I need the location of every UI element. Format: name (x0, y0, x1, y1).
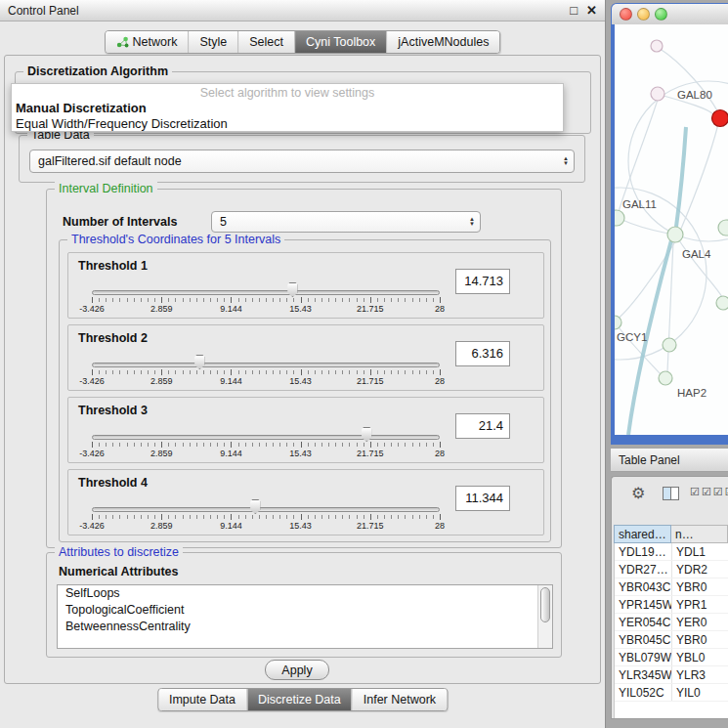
slider-major-tick (92, 297, 93, 303)
tab-jactivemnodules[interactable]: jActiveMNodules (386, 31, 499, 53)
slider-major-tick (301, 514, 302, 520)
slider-scale-label: 21.715 (357, 304, 384, 314)
slider-track[interactable] (92, 363, 440, 367)
zoom-traffic-light[interactable] (655, 8, 667, 21)
algorithm-option-manual[interactable]: Manual Discretization (12, 101, 563, 116)
slider-scale-label: 9.144 (220, 521, 242, 531)
combo-stepper-icon[interactable]: ▲ ▼ (469, 217, 475, 227)
slider-scale-label: -3.426 (79, 304, 105, 314)
network-node[interactable] (716, 296, 728, 310)
stepper-down-icon: ▼ (563, 161, 569, 166)
network-node-gal4[interactable] (667, 227, 683, 242)
table-cell: YLR345W (615, 666, 672, 683)
table-cell: YBR0 (672, 631, 728, 648)
tab-style[interactable]: Style (188, 31, 237, 53)
slider-ticks (92, 515, 440, 519)
slider-major-tick (301, 369, 302, 375)
tab-network[interactable]: Network (106, 31, 189, 53)
checked-box-icon[interactable]: ☑ (725, 486, 728, 498)
attribute-list-item[interactable]: TopologicalCoefficient (58, 602, 552, 619)
network-node-selected-red[interactable] (712, 110, 728, 127)
bottom-tab-discretize-data[interactable]: Discretize Data (246, 689, 352, 710)
threshold-2-panel: Threshold 2-3.4262.8599.14415.4321.71528… (67, 324, 544, 391)
slider-major-tick (440, 297, 441, 303)
table-cell: YPR1 (672, 596, 728, 613)
close-icon[interactable]: ✕ (586, 3, 597, 18)
table-data-combobox[interactable]: galFiltered.sif default node ▲ ▼ (29, 150, 575, 173)
slider-scale-label: 2.859 (150, 376, 173, 386)
node-label-gal11: GAL11 (622, 198, 657, 210)
slider-scale-label: 2.859 (150, 521, 173, 531)
slider-major-tick (161, 514, 162, 520)
control-panel-tabbar: NetworkStyleSelectCyni ToolboxjActiveMNo… (105, 30, 501, 54)
table-cell: YIL0 (672, 684, 728, 701)
table-row[interactable]: YBL079WYBL0 (615, 649, 728, 666)
bottom-tab-infer-network[interactable]: Infer Network (352, 689, 447, 710)
table-row[interactable]: YDR27…YDR2 (615, 561, 728, 578)
control-panel-window: Control Panel □ ✕ NetworkStyleSelectCyni… (0, 0, 606, 728)
attribute-list-item[interactable]: BetweennessCentrality (58, 619, 552, 635)
slider-scale-label: 2.859 (150, 449, 173, 458)
combo-stepper-icon[interactable]: ▲ ▼ (563, 156, 569, 166)
table-data-group: Table Data galFiltered.sif default node … (19, 135, 585, 183)
numerical-attributes-list[interactable]: SelfLoopsTopologicalCoefficientBetweenne… (57, 584, 553, 649)
float-window-icon[interactable]: □ (570, 3, 578, 18)
attributes-items: SelfLoopsTopologicalCoefficientBetweenne… (58, 585, 552, 635)
column-header-0[interactable]: shared… (614, 525, 671, 543)
slider-scale-label: 28 (435, 449, 445, 458)
network-node-hap2[interactable] (659, 371, 672, 385)
bottom-tab-impute-data[interactable]: Impute Data (158, 689, 246, 710)
attribute-list-item[interactable]: SelfLoops (58, 585, 552, 602)
slider-track[interactable] (92, 435, 440, 440)
threshold-slider[interactable]: -3.4262.8599.14415.4321.71528 (92, 351, 440, 388)
apply-button[interactable]: Apply (265, 660, 329, 680)
columns-icon[interactable] (663, 487, 679, 500)
slider-major-tick (370, 297, 371, 303)
slider-track[interactable] (92, 507, 440, 512)
threshold-value-field[interactable]: 14.713 (455, 269, 510, 294)
threshold-slider[interactable]: -3.4262.8599.14415.4321.71528 (92, 423, 440, 460)
table-row[interactable]: YDL19…YDL1 (615, 543, 728, 561)
column-header-1[interactable]: n… (671, 525, 728, 543)
node-label-hap2: HAP2 (677, 387, 707, 399)
slider-scale-label: -3.426 (79, 521, 105, 531)
threshold-slider[interactable]: -3.4262.8599.14415.4321.71528 (92, 495, 440, 533)
network-node[interactable] (663, 338, 676, 352)
table-row[interactable]: YBR045CYBR0 (615, 631, 728, 649)
threshold-value-field[interactable]: 6.316 (455, 341, 510, 366)
scrollbar-thumb[interactable] (540, 587, 550, 622)
tab-label: jActiveMNodules (398, 35, 489, 49)
close-traffic-light[interactable] (620, 8, 632, 21)
checked-box-icon[interactable]: ☑ (702, 486, 711, 498)
network-node-gal11[interactable] (615, 210, 624, 226)
table-row[interactable]: YBR043CYBR0 (615, 578, 728, 596)
table-row[interactable]: YIL052CYIL0 (615, 684, 728, 702)
checked-box-icon[interactable]: ☑ (690, 486, 700, 498)
network-node-gcy1[interactable] (615, 316, 621, 329)
network-node[interactable] (651, 40, 663, 52)
network-node[interactable] (718, 220, 728, 236)
slider-track[interactable] (92, 290, 440, 295)
table-toolbar: ⚙ ☑ ☑ ☑ ☑ (612, 477, 728, 520)
network-view-window: GAL80 GAL11 GAL4 GCY1 HAP2 (611, 3, 728, 445)
gear-icon[interactable]: ⚙ (631, 484, 645, 502)
table-row[interactable]: YPR145WYPR1 (615, 596, 728, 614)
algorithm-option-equal-width[interactable]: Equal Width/Frequency Discretization (12, 116, 563, 132)
network-node-gal80[interactable] (651, 87, 664, 101)
threshold-slider[interactable]: -3.4262.8599.14415.4321.71528 (92, 278, 440, 316)
titlebar-icons: □ ✕ (570, 3, 597, 18)
network-canvas[interactable]: GAL80 GAL11 GAL4 GCY1 HAP2 (615, 24, 728, 435)
table-row[interactable]: YER054CYER0 (615, 614, 728, 631)
table-cell: YDL19… (615, 543, 672, 560)
threshold-value-field[interactable]: 21.4 (455, 413, 510, 439)
table-row[interactable]: YLR345WYLR3 (615, 666, 728, 684)
node-label-gal80: GAL80 (677, 89, 712, 101)
list-scrollbar[interactable] (537, 585, 552, 648)
checked-box-icon[interactable]: ☑ (713, 486, 723, 498)
number-of-intervals-combobox[interactable]: 5 ▲ ▼ (211, 211, 481, 233)
minimize-traffic-light[interactable] (637, 8, 650, 21)
threshold-value-field[interactable]: 11.344 (455, 486, 510, 511)
tab-select[interactable]: Select (237, 31, 294, 53)
table-body: YDL19…YDL1YDR27…YDR2YBR043CYBR0YPR145WYP… (614, 543, 728, 718)
tab-cyni-toolbox[interactable]: Cyni Toolbox (294, 31, 386, 53)
